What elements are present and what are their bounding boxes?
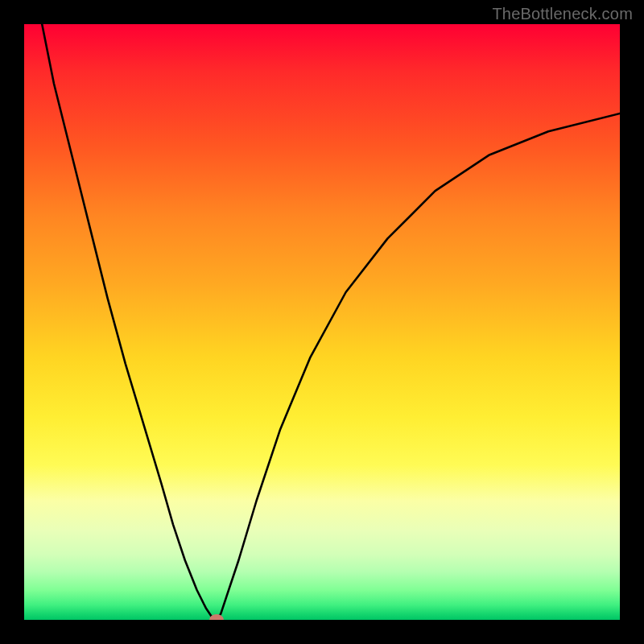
watermark-text: TheBottleneck.com [492, 5, 633, 23]
curve-layer [24, 24, 620, 620]
bottleneck-curve [42, 24, 620, 620]
optimal-point-marker [209, 614, 224, 620]
plot-area [24, 24, 620, 620]
chart-frame: TheBottleneck.com [0, 0, 644, 644]
